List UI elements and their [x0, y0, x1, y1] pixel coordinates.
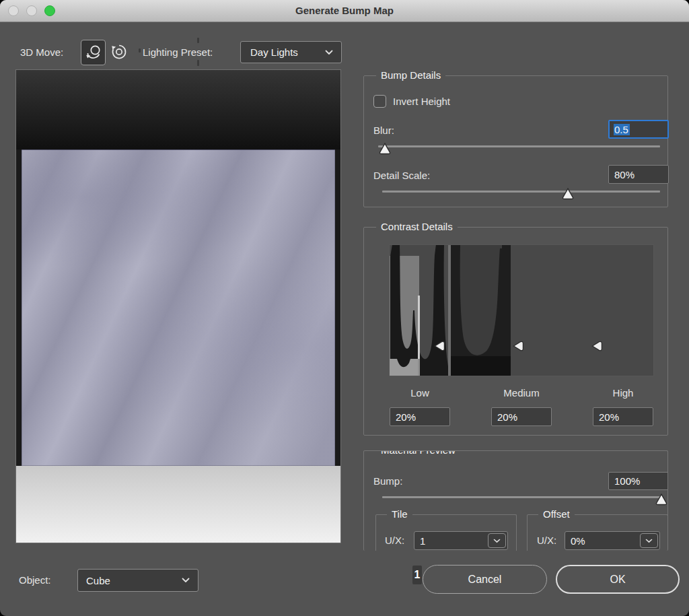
- invert-height-checkbox[interactable]: [373, 95, 386, 108]
- step-badge: 1: [412, 566, 422, 584]
- cancel-button[interactable]: Cancel: [423, 565, 547, 594]
- low-input[interactable]: 20%: [390, 407, 450, 426]
- bump-preview-viewport[interactable]: [15, 69, 341, 543]
- blur-label: Blur:: [373, 125, 394, 136]
- detail-scale-slider-thumb[interactable]: [562, 188, 574, 203]
- splitter-dash-top: [197, 38, 199, 43]
- object-value: Cube: [78, 575, 182, 586]
- tile-group: Tile U/X: 1: [375, 514, 517, 551]
- chevron-down-icon: [182, 578, 190, 583]
- detail-scale-slider[interactable]: [382, 185, 660, 201]
- high-range-thumb[interactable]: [591, 341, 603, 354]
- detail-scale-label: Detail Scale:: [373, 170, 430, 181]
- medium-label: Medium: [491, 387, 552, 399]
- preview-backdrop-bottom: [16, 466, 340, 543]
- blur-input[interactable]: 0.5: [608, 120, 669, 139]
- blur-slider[interactable]: [378, 140, 660, 156]
- high-value: 20%: [599, 411, 619, 423]
- contrast-histogram: [389, 244, 654, 376]
- offset-group: Offset U/X: 0%: [527, 514, 668, 551]
- offset-legend: Offset: [538, 508, 575, 520]
- roll-camera-button[interactable]: [108, 40, 131, 63]
- material-preview-legend: Material Preview: [376, 450, 460, 456]
- chevron-down-icon[interactable]: [640, 533, 658, 548]
- move-mode-label: 3D Move:: [20, 46, 63, 58]
- bump-amount-label: Bump:: [373, 475, 402, 487]
- tile-ux-combo[interactable]: 1: [414, 531, 508, 550]
- low-label: Low: [390, 387, 450, 399]
- titlebar[interactable]: Generate Bump Map: [0, 0, 689, 22]
- invert-height-label: Invert Height: [393, 96, 450, 107]
- detail-scale-slider-track[interactable]: [382, 191, 660, 193]
- high-input[interactable]: 20%: [593, 407, 653, 426]
- detail-scale-value: 80%: [614, 169, 634, 180]
- material-preview-group: Material Preview Bump: 100% Tile U/X: 1 …: [363, 450, 668, 551]
- offset-ux-label: U/X:: [537, 535, 556, 546]
- medium-input[interactable]: 20%: [491, 407, 552, 426]
- chevron-down-icon[interactable]: [488, 533, 506, 548]
- medium-value: 20%: [497, 411, 517, 423]
- contrast-details-group: Contrast Details: [363, 227, 668, 436]
- blur-slider-track[interactable]: [378, 145, 660, 147]
- contrast-details-legend: Contrast Details: [376, 221, 458, 232]
- bump-amount-value: 100%: [614, 475, 640, 487]
- ok-button[interactable]: OK: [556, 565, 680, 594]
- lighting-preset-value: Day Lights: [241, 46, 325, 58]
- window-title: Generate Bump Map: [0, 0, 689, 22]
- ok-label: OK: [610, 574, 625, 586]
- bump-amount-slider[interactable]: [382, 491, 661, 507]
- orbit-icon: [85, 44, 102, 61]
- detail-scale-input[interactable]: 80%: [608, 165, 669, 184]
- generate-bump-map-dialog: Generate Bump Map 3D Move: Lighting Pres…: [0, 0, 689, 616]
- low-value: 20%: [396, 411, 416, 423]
- offset-ux-combo[interactable]: 0%: [565, 531, 660, 550]
- bump-amount-input[interactable]: 100%: [608, 472, 668, 490]
- blur-slider-thumb[interactable]: [379, 143, 391, 158]
- bump-amount-slider-thumb[interactable]: [655, 493, 667, 508]
- orbit-camera-button[interactable]: [81, 40, 106, 65]
- histogram-plot: [389, 244, 654, 376]
- roll-icon: [110, 42, 129, 61]
- lighting-preset-select[interactable]: Day Lights: [240, 41, 342, 63]
- high-label: High: [593, 387, 653, 399]
- splitter-dot: [139, 48, 141, 53]
- object-select[interactable]: Cube: [77, 569, 198, 592]
- chevron-down-icon: [325, 50, 333, 55]
- bump-texture-plane: [22, 149, 335, 466]
- lighting-preset-label: Lighting Preset:: [143, 46, 213, 58]
- medium-range-thumb[interactable]: [513, 341, 524, 354]
- tile-legend: Tile: [387, 508, 412, 520]
- bump-details-legend: Bump Details: [376, 69, 445, 81]
- splitter-dash-bottom: [197, 60, 199, 66]
- bump-details-group: Bump Details Invert Height Blur: 0.5 Det…: [363, 75, 668, 207]
- low-range-thumb[interactable]: [434, 341, 445, 354]
- blur-value: 0.5: [614, 124, 630, 135]
- object-label: Object:: [19, 574, 51, 586]
- bump-amount-slider-track[interactable]: [382, 496, 661, 498]
- cancel-label: Cancel: [468, 574, 502, 586]
- preview-backdrop-top: [16, 70, 340, 149]
- tile-ux-label: U/X:: [385, 535, 404, 546]
